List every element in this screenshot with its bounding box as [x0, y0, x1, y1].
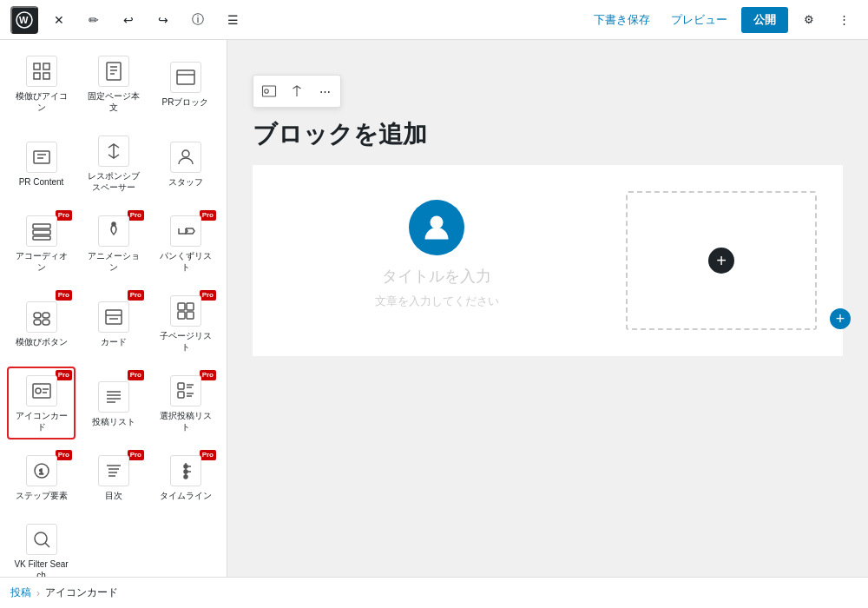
breadcrumb: 投稿 › アイコンカード	[0, 577, 868, 608]
block-section-7: VK Filter Search	[7, 515, 220, 577]
mold-icon-icon	[26, 56, 57, 87]
wp-logo-button[interactable]: W	[10, 6, 38, 34]
image-placeholder[interactable]: +	[626, 191, 817, 330]
more-options-icon[interactable]: ⋮	[830, 6, 858, 34]
block-item-child-page-list[interactable]: Pro 子ページリスト	[151, 287, 220, 360]
block-section-6: Pro 1 ステップ要素 Pro 目次 Pro	[7, 446, 220, 508]
move-up-button[interactable]	[283, 77, 311, 105]
icon-card-icon	[26, 375, 57, 406]
save-draft-button[interactable]: 下書き保存	[587, 9, 657, 31]
svg-point-15	[182, 150, 189, 157]
block-label: アコーディオン	[12, 250, 70, 273]
block-type-button[interactable]	[255, 77, 283, 105]
block-section-2: PR Content レスポンシブスペーサー スタッフ	[7, 127, 220, 200]
block-label: ステップ要素	[16, 490, 68, 501]
pro-badge: Pro	[200, 370, 216, 380]
block-item-card[interactable]: Pro カード	[79, 287, 148, 360]
svg-rect-4	[34, 73, 40, 79]
block-label: 目次	[105, 490, 122, 501]
breadcrumb-separator: ›	[36, 587, 40, 599]
block-item-mold-icon[interactable]: 模倣びアイコン	[7, 47, 76, 120]
svg-rect-29	[178, 312, 185, 319]
toolbar-left: W ✕ ✏ ↩ ↪ ⓘ ☰	[10, 6, 247, 34]
block-item-responsive-spacer[interactable]: レスポンシブスペーサー	[79, 127, 148, 200]
block-item-fixed-page[interactable]: 固定ページ本文	[79, 47, 148, 120]
block-item-pr-block[interactable]: PRブロック	[151, 47, 220, 120]
redo-button[interactable]: ↪	[149, 6, 177, 34]
svg-rect-2	[34, 63, 40, 69]
edit-button[interactable]: ✏	[80, 6, 108, 34]
card-icon	[98, 301, 129, 333]
svg-text:W: W	[19, 15, 29, 25]
accordion-icon	[26, 215, 57, 247]
page-title: ブロックを追加	[253, 118, 427, 151]
block-item-select-post-list[interactable]: Pro 選択投稿リスト	[151, 367, 220, 439]
pro-badge: Pro	[56, 450, 72, 460]
pr-block-icon	[170, 62, 201, 93]
block-label: アニメーション	[84, 250, 142, 273]
block-item-pr-content[interactable]: PR Content	[7, 127, 76, 200]
pro-badge: Pro	[56, 290, 72, 301]
pr-content-icon	[26, 142, 57, 173]
staff-title-placeholder[interactable]: タイトルを入力	[382, 266, 491, 287]
toc-icon	[98, 455, 129, 486]
info-button[interactable]: ⓘ	[184, 6, 212, 34]
publish-button[interactable]: 公開	[741, 7, 788, 33]
add-image-button[interactable]: +	[708, 248, 734, 274]
block-item-breadcrumb-list[interactable]: Pro パンくずリスト	[151, 207, 220, 280]
block-item-step-element[interactable]: Pro 1 ステップ要素	[7, 446, 76, 508]
block-label: 固定ページ本文	[84, 90, 142, 113]
svg-text:1: 1	[39, 467, 43, 476]
post-list-icon	[98, 381, 129, 413]
block-item-staff[interactable]: スタッフ	[151, 127, 220, 200]
block-item-vk-filter-search[interactable]: VK Filter Search	[7, 515, 76, 577]
select-post-list-icon	[170, 375, 201, 406]
svg-rect-5	[43, 73, 49, 79]
block-label: タイムライン	[160, 490, 212, 501]
staff-content-placeholder[interactable]: 文章を入力してください	[375, 294, 499, 309]
more-block-options-button[interactable]: ⋯	[311, 77, 339, 105]
svg-rect-30	[187, 312, 194, 319]
breadcrumb-post[interactable]: 投稿	[10, 585, 31, 600]
top-toolbar: W ✕ ✏ ↩ ↪ ⓘ ☰ 下書き保存 プレビュー 公開 ⚙ ⋮	[0, 0, 868, 40]
staff-block: タイトルを入力 文章を入力してください	[270, 182, 603, 339]
svg-rect-22	[34, 320, 41, 325]
block-item-icon-card[interactable]: Pro アイコンカード	[7, 367, 76, 439]
block-item-timeline[interactable]: Pro タイムライン	[151, 446, 220, 508]
breadcrumb-list-icon	[170, 215, 201, 247]
svg-rect-28	[187, 303, 194, 310]
pro-badge: Pro	[200, 210, 216, 221]
add-block-button[interactable]: +	[830, 308, 851, 329]
block-item-mold-btn[interactable]: Pro 模倣びボタン	[7, 287, 76, 360]
settings-icon[interactable]: ⚙	[795, 6, 823, 34]
svg-rect-42	[178, 392, 184, 398]
block-item-post-list[interactable]: Pro 投稿リスト	[79, 367, 148, 439]
child-page-list-icon	[170, 295, 201, 327]
main-area: 模倣びアイコン 固定ページ本文 PRブロック	[0, 40, 868, 577]
editor-area: ⋯ ブロックを追加 タイトルを入力 文章を入力してください +	[227, 40, 868, 577]
block-item-animation[interactable]: Pro アニメーション	[79, 207, 148, 280]
staff-icon	[170, 142, 201, 173]
block-label: VK Filter Search	[12, 558, 70, 577]
pro-badge: Pro	[56, 210, 72, 221]
block-label: 投稿リスト	[92, 416, 135, 427]
preview-button[interactable]: プレビュー	[664, 9, 734, 31]
close-button[interactable]: ✕	[45, 6, 73, 34]
svg-rect-17	[33, 230, 50, 235]
svg-rect-21	[43, 313, 49, 318]
sidebar-content[interactable]: 模倣びアイコン 固定ページ本文 PRブロック	[0, 40, 227, 577]
svg-point-70	[265, 89, 269, 94]
svg-point-54	[184, 475, 187, 479]
menu-button[interactable]: ☰	[219, 6, 247, 34]
svg-rect-3	[43, 63, 49, 69]
sidebar: 模倣びアイコン 固定ページ本文 PRブロック	[0, 40, 227, 577]
block-label: 選択投稿リスト	[156, 410, 214, 433]
block-section-4: Pro 模倣びボタン Pro カード Pro	[7, 287, 220, 360]
block-item-toc[interactable]: Pro 目次	[79, 446, 148, 508]
breadcrumb-icon-card: アイコンカード	[45, 585, 118, 600]
block-section-3: Pro アコーディオン Pro アニメーション Pro	[7, 207, 220, 280]
block-item-accordion[interactable]: Pro アコーディオン	[7, 207, 76, 280]
svg-rect-24	[106, 310, 122, 324]
undo-button[interactable]: ↩	[115, 6, 142, 34]
block-label: PR Content	[19, 176, 64, 188]
